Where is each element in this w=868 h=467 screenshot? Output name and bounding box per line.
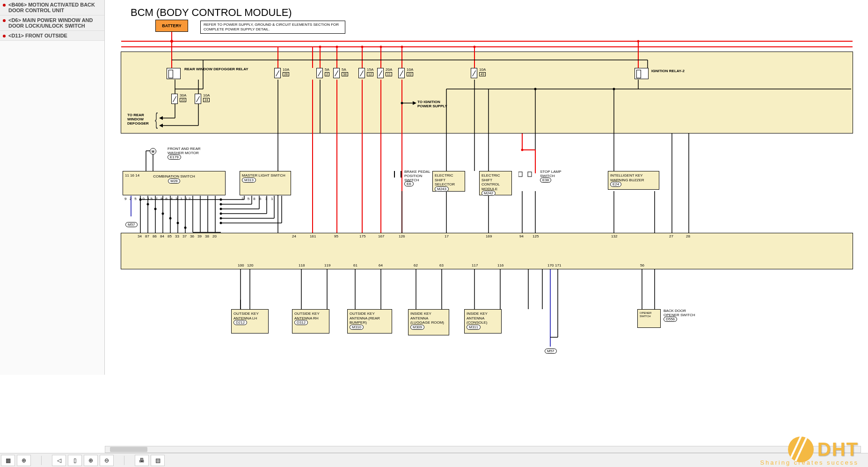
pin-label: 86	[153, 234, 157, 238]
svg-point-74	[184, 227, 187, 229]
pin-label: 118	[299, 263, 305, 267]
watermark-brand: DHT	[817, 439, 859, 460]
fuse-label: 5A38	[342, 68, 348, 77]
svg-point-18	[474, 46, 476, 48]
watermark: DHT	[788, 437, 859, 462]
svg-point-56	[521, 149, 524, 151]
pin-label: 64	[379, 263, 383, 267]
watermark-logo-icon	[788, 437, 814, 462]
switch-icon	[518, 171, 526, 180]
connector-m57: M57	[125, 222, 138, 227]
pin-label: 62	[414, 263, 418, 267]
fuse-label: 15A12	[367, 68, 373, 77]
pin-label: 39	[197, 234, 202, 238]
motor-icon: M	[150, 148, 156, 155]
pin-label: 175	[359, 234, 365, 238]
back-door-opener-label: BACK DOOR OPENER SWITCHD556	[664, 309, 696, 321]
fuse-label: 30A23	[180, 94, 186, 103]
relay-label: IGNITION RELAY-2	[651, 69, 685, 74]
svg-point-101	[220, 208, 222, 210]
svg-point-103	[220, 217, 222, 220]
horizontal-scrollbar[interactable]	[105, 446, 861, 453]
toolbar-target-icon[interactable]: ⊕	[17, 455, 31, 466]
fuse-5a-2	[316, 68, 323, 78]
pin-labels: 2 5 8 6 3 1	[241, 197, 275, 201]
svg-point-102	[220, 213, 222, 215]
pin-label: 119	[324, 263, 330, 267]
pin-label: 125	[532, 234, 539, 238]
diagram-canvas[interactable]: BCM (BODY CONTROL MODULE) BATTERY REFER …	[105, 0, 868, 453]
pin-label: 171	[555, 263, 561, 267]
relay-rear-defogger	[167, 68, 181, 79]
pin-label: 17	[445, 234, 449, 238]
battery-symbol: BATTERY	[155, 20, 188, 32]
pin-label: 94	[519, 234, 524, 238]
fuse-label: 5A2	[325, 68, 329, 77]
pin-label: 20	[212, 234, 217, 238]
pin-label: 61	[353, 263, 357, 267]
pin-label: 120	[247, 263, 253, 267]
outside-key-antenna-rh: OUTSIDE KEY ANTENNA RH D312	[292, 309, 329, 334]
toolbar-zoom-out-icon[interactable]: ⊖	[100, 455, 114, 466]
pin-label: 85	[168, 234, 172, 238]
pin-label: 33	[175, 234, 179, 238]
fuse-30a-23	[171, 94, 178, 104]
svg-point-10	[336, 46, 338, 48]
separator	[124, 456, 124, 465]
note-ignition-supply: TO IGNITION POWER SUPPLY	[417, 100, 450, 109]
svg-point-104	[220, 222, 222, 224]
sidebar-item-d11[interactable]: <D11> FRONT OUTSIDE	[0, 31, 104, 41]
electric-shift-selector: ELECTRIC SHIFT SELECTOR M243	[432, 171, 465, 192]
svg-point-99	[220, 199, 222, 201]
svg-point-20	[637, 40, 640, 43]
pin-label: 63	[439, 263, 444, 267]
bullet-icon	[3, 19, 6, 22]
scrollbar-thumb[interactable]	[110, 447, 147, 452]
svg-point-14	[380, 46, 382, 48]
svg-rect-136	[528, 172, 532, 177]
pin-label: 95	[334, 234, 338, 238]
toolbar-layers-icon[interactable]: ▤	[151, 455, 165, 466]
opener-switch: OPENER SWITCH	[637, 309, 661, 328]
pin-label: 36	[190, 234, 194, 238]
bottom-toolbar: ▦ ⊕ ◁ ▯ ⊕ ⊖ 🖶 ▤	[0, 453, 868, 467]
fuse-10a-24	[195, 94, 201, 104]
combination-switch: 11 16 14 COMBINATION SWITCH M28	[123, 171, 226, 195]
pin-label: 169	[486, 234, 492, 238]
pin-label: 28	[686, 234, 690, 238]
pin-label: 84	[160, 234, 164, 238]
pin-label: 167	[378, 234, 384, 238]
toolbar-print-icon[interactable]: 🖶	[135, 455, 149, 466]
toolbar-page-icon[interactable]: ▯	[68, 455, 82, 466]
inside-key-antenna-luggage: INSIDE KEY ANTENNA (LUGGAGE ROOM) M309	[408, 309, 449, 335]
switch-icon	[394, 171, 401, 178]
connector-m57: M57	[545, 348, 557, 354]
svg-rect-135	[518, 172, 522, 177]
fuse-15a-12	[358, 68, 365, 78]
svg-point-64	[147, 203, 149, 206]
washer-label: FRONT AND REAR WASHER MOTORE179	[168, 147, 205, 159]
separator	[41, 456, 42, 465]
svg-point-72	[177, 222, 179, 224]
pin-label: 170	[547, 263, 554, 267]
toolbar-zoom-in-icon[interactable]: ⊕	[84, 455, 98, 466]
svg-point-70	[169, 217, 172, 220]
fuse-block-panel	[121, 52, 853, 133]
toolbar-back-icon[interactable]: ◁	[52, 455, 66, 466]
sidebar-item-d6[interactable]: <D6> MAIN POWER WINDOW AND DOOR LOCK/UNL…	[0, 15, 104, 31]
toolbar-grid-icon[interactable]: ▦	[1, 455, 15, 466]
fuse-label: 10A49	[479, 68, 486, 77]
sidebar: <B406> MOTION ACTIVATED BACK DOOR CONTRO…	[0, 0, 105, 375]
sidebar-item-label: <D11> FRONT OUTSIDE	[8, 33, 67, 38]
outside-key-antenna-rear: OUTSIDE KEY ANTENNA (REAR BUMPER) M310	[347, 309, 392, 334]
fuse-label: 10A22	[407, 68, 413, 77]
fuse-10a-49	[471, 68, 477, 78]
watermark-tagline: Sharing creates success	[760, 459, 859, 466]
svg-point-1	[170, 40, 173, 43]
fuse-label: 10A28	[283, 68, 289, 77]
sidebar-item-label: <B406> MOTION ACTIVATED BACK DOOR CONTRO…	[8, 2, 95, 13]
sidebar-item-b406[interactable]: <B406> MOTION ACTIVATED BACK DOOR CONTRO…	[0, 0, 104, 15]
pin-label: 34	[138, 234, 142, 238]
fuse-10a-22	[398, 68, 405, 78]
fuse-10a-28	[274, 68, 281, 78]
